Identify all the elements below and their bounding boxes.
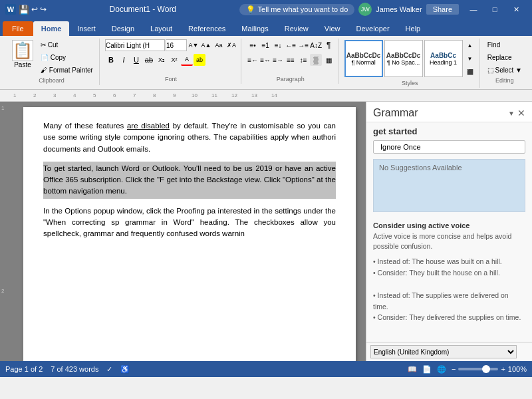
language-dropdown[interactable]: English (United Kingdom) English (United…: [370, 345, 517, 358]
superscript-button[interactable]: X²: [168, 54, 180, 66]
select-button[interactable]: ⬚ Select ▼: [485, 64, 524, 76]
spell-check-icon[interactable]: ✓: [106, 365, 112, 374]
tab-help[interactable]: Help: [398, 21, 429, 36]
word-icon: W: [5, 4, 16, 15]
status-left: Page 1 of 2 7 of 423 words ✓ ♿: [5, 365, 130, 374]
font-size-input[interactable]: [166, 39, 187, 51]
style-no-spacing[interactable]: AaBbCcDc ¶ No Spac...: [384, 40, 423, 77]
tab-references[interactable]: References: [180, 21, 233, 36]
ruler-mark: 2: [33, 92, 36, 98]
redo-icon[interactable]: ↪: [40, 5, 47, 14]
change-case-button[interactable]: Aa: [213, 39, 225, 51]
doc-page[interactable]: Many of these features are disabled by d…: [23, 107, 356, 361]
style-heading1-preview: AaBbCc: [430, 52, 456, 59]
font-family-input[interactable]: [105, 39, 165, 51]
doc-area[interactable]: Many of these features are disabled by d…: [13, 102, 366, 361]
sort-button[interactable]: A↕Z: [310, 39, 322, 51]
borders-button[interactable]: ▦: [323, 54, 334, 66]
grammar-example-2: • Consider: They built the house on a hi…: [373, 267, 525, 279]
style-normal[interactable]: AaBbCcDc ¶ Normal: [344, 40, 383, 77]
decrease-font-button[interactable]: A▼: [188, 39, 200, 51]
title-bar-right: 💡 Tell me what you want to do JW James W…: [239, 0, 527, 19]
view-web-icon[interactable]: 🌐: [437, 365, 446, 374]
increase-indent-button[interactable]: →≡: [297, 39, 309, 51]
grammar-title: Grammar: [373, 107, 418, 119]
replace-button[interactable]: Replace: [485, 51, 524, 63]
style-heading1[interactable]: AaBbCc Heading 1: [424, 40, 463, 77]
show-formatting-button[interactable]: ¶: [323, 39, 334, 51]
undo-icon[interactable]: ↩: [31, 5, 38, 14]
ruler-mark: 9: [173, 92, 176, 98]
zoom-out-icon[interactable]: −: [452, 365, 456, 373]
styles-up-button[interactable]: ▲: [464, 39, 476, 51]
tab-view[interactable]: View: [317, 21, 348, 36]
close-button[interactable]: ✕: [505, 0, 527, 19]
grammar-ignore-btn[interactable]: Ignore Once: [373, 140, 525, 154]
numbering-button[interactable]: ≡1: [259, 39, 271, 51]
justify-button[interactable]: ≡≡: [285, 54, 297, 66]
line-spacing-button[interactable]: ↕≡: [297, 54, 309, 66]
minimize-button[interactable]: —: [463, 0, 484, 19]
tab-review[interactable]: Review: [277, 21, 317, 36]
no-suggestions-text: No Suggestions Available: [379, 164, 462, 172]
view-print-icon[interactable]: 📄: [422, 365, 432, 374]
language-selector[interactable]: English (United Kingdom) English (United…: [366, 342, 532, 361]
align-center-button[interactable]: ≡↔: [259, 54, 271, 66]
ruler: 1 2 3 4 5 6 7 8 9 10 11 12 13 14: [0, 90, 532, 102]
paste-button[interactable]: 📋 Paste: [8, 39, 37, 70]
shading-button[interactable]: ▒: [310, 54, 322, 66]
ribbon-group-editing: Find Replace ⬚ Select ▼ Editing: [481, 39, 528, 85]
tab-insert[interactable]: Insert: [69, 21, 104, 36]
page-indicator: 1: [1, 105, 4, 111]
grammar-example-1: • Instead of: The house was built on a h…: [373, 256, 525, 267]
maximize-button[interactable]: □: [484, 0, 505, 19]
tab-file[interactable]: File: [3, 21, 33, 36]
ruler-mark: 6: [113, 92, 116, 98]
styles-more-button[interactable]: ⬛: [464, 66, 476, 78]
highlight-button[interactable]: ab: [194, 54, 205, 66]
grammar-close-button[interactable]: ✕: [517, 108, 525, 118]
increase-font-button[interactable]: A▲: [200, 39, 212, 51]
format-painter-button[interactable]: 🖌 Format Painter: [39, 64, 95, 76]
font-content: A▼ A▲ Aa ✗A B I U ab X₂ X² A ab: [105, 39, 237, 74]
style-heading1-label: Heading 1: [430, 59, 457, 66]
find-button[interactable]: Find: [485, 39, 524, 51]
cut-button[interactable]: ✂ Cut: [39, 39, 95, 51]
user-avatar[interactable]: JW: [358, 3, 372, 16]
decrease-indent-button[interactable]: ←≡: [285, 39, 297, 51]
ribbon: 📋 Paste ✂ Cut 📄 Copy 🖌 Format Painter Cl…: [0, 36, 532, 90]
ruler-mark: 4: [73, 92, 76, 98]
zoom-slider[interactable]: [458, 368, 498, 370]
align-right-button[interactable]: ≡→: [272, 54, 284, 66]
tab-mailings[interactable]: Mailings: [233, 21, 276, 36]
tab-home[interactable]: Home: [33, 21, 70, 36]
bold-button[interactable]: B: [105, 54, 117, 66]
copy-button[interactable]: 📄 Copy: [39, 51, 95, 63]
text-color-button[interactable]: A: [181, 54, 193, 66]
tell-me-text: Tell me what you want to do: [258, 5, 348, 13]
view-read-icon[interactable]: 📖: [408, 365, 417, 374]
italic-button[interactable]: I: [118, 54, 130, 66]
underline-button[interactable]: U: [130, 54, 142, 66]
align-left-button[interactable]: ≡←: [247, 54, 259, 66]
tell-me-search[interactable]: 💡 Tell me what you want to do: [239, 4, 355, 15]
bullets-button[interactable]: ≡•: [247, 39, 259, 51]
grammar-rule-title: Consider using active voice: [366, 217, 532, 231]
tab-design[interactable]: Design: [104, 21, 142, 36]
multilevel-list-button[interactable]: ≡↓: [272, 39, 284, 51]
zoom-in-icon[interactable]: +: [501, 365, 505, 373]
tab-developer[interactable]: Developer: [348, 21, 397, 36]
paste-label: Paste: [14, 61, 31, 68]
editing-content: Find Replace ⬚ Select ▼: [485, 39, 524, 76]
lightbulb-icon: 💡: [246, 5, 255, 14]
subscript-button[interactable]: X₂: [156, 54, 168, 66]
tab-layout[interactable]: Layout: [142, 21, 180, 36]
accessibility-icon[interactable]: ♿: [120, 365, 130, 374]
clear-format-button[interactable]: ✗A: [225, 39, 237, 51]
grammar-dropdown-icon[interactable]: ▼: [508, 110, 515, 117]
styles-down-button[interactable]: ▼: [464, 53, 476, 65]
save-icon[interactable]: 💾: [19, 5, 29, 15]
share-button[interactable]: Share: [426, 4, 459, 15]
strikethrough-button[interactable]: ab: [143, 54, 155, 66]
user-name: James Walker: [376, 5, 422, 13]
